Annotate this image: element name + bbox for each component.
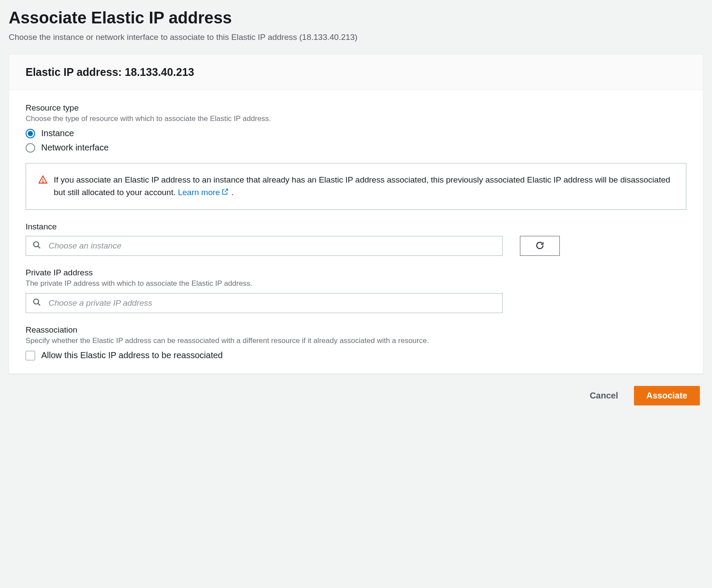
instance-field-block: Instance [26, 222, 686, 256]
warning-box: If you associate an Elastic IP address t… [26, 163, 686, 210]
reassociation-desc: Specify whether the Elastic IP address c… [26, 336, 686, 345]
panel-header: Elastic IP address: 18.133.40.213 [9, 55, 703, 90]
refresh-icon [535, 241, 545, 252]
warning-text: If you associate an Elastic IP address t… [54, 174, 674, 199]
instance-input[interactable] [26, 236, 503, 256]
external-link-icon [221, 187, 229, 199]
resource-type-title: Resource type [26, 103, 686, 113]
reassociation-block: Reassociation Specify whether the Elasti… [26, 325, 686, 360]
cancel-button[interactable]: Cancel [587, 386, 621, 405]
refresh-button[interactable] [520, 236, 560, 256]
radio-instance-label: Instance [41, 128, 74, 138]
resource-type-radio-group: Instance Network interface [26, 128, 686, 153]
reassociation-checkbox-label: Allow this Elastic IP address to be reas… [41, 350, 223, 360]
warning-message: If you associate an Elastic IP address t… [54, 175, 670, 197]
private-ip-desc: The private IP address with which to ass… [26, 279, 686, 288]
resource-type-desc: Choose the type of resource with which t… [26, 114, 686, 123]
private-ip-input-wrap [26, 293, 503, 313]
private-ip-input[interactable] [26, 293, 503, 313]
instance-input-wrap [26, 236, 503, 256]
private-ip-field-block: Private IP address The private IP addres… [26, 268, 686, 313]
radio-icon-unselected [26, 143, 35, 153]
learn-more-label: Learn more [178, 188, 220, 197]
learn-more-link[interactable]: Learn more [178, 188, 229, 197]
warning-trailing: . [229, 188, 234, 197]
radio-instance[interactable]: Instance [26, 128, 686, 138]
panel-header-title: Elastic IP address: 18.133.40.213 [26, 66, 686, 78]
reassociation-checkbox-row[interactable]: Allow this Elastic IP address to be reas… [26, 350, 686, 360]
checkbox-icon [26, 351, 35, 360]
page-title: Associate Elastic IP address [9, 9, 703, 27]
instance-label: Instance [26, 222, 686, 232]
radio-icon-selected [26, 129, 35, 138]
panel-body: Resource type Choose the type of resourc… [9, 90, 703, 373]
radio-network-interface-label: Network interface [41, 143, 109, 153]
private-ip-label: Private IP address [26, 268, 686, 278]
warning-icon [38, 175, 48, 187]
main-panel: Elastic IP address: 18.133.40.213 Resour… [9, 54, 703, 374]
reassociation-title: Reassociation [26, 325, 686, 335]
footer: Cancel Associate [9, 374, 703, 410]
page-subtitle: Choose the instance or network interface… [9, 33, 703, 42]
svg-point-1 [42, 182, 43, 182]
panel-header-prefix: Elastic IP address: [26, 66, 125, 78]
associate-button[interactable]: Associate [634, 386, 700, 405]
resource-type-block: Resource type Choose the type of resourc… [26, 103, 686, 210]
panel-header-ip: 18.133.40.213 [125, 66, 194, 78]
radio-network-interface[interactable]: Network interface [26, 143, 686, 153]
